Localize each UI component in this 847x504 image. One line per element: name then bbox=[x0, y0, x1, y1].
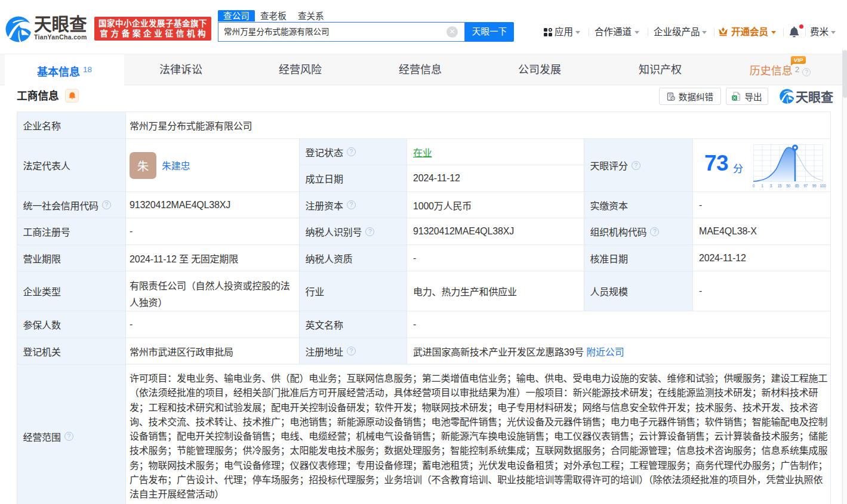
svg-text:1: 1 bbox=[761, 184, 763, 188]
svg-text:3: 3 bbox=[770, 184, 772, 188]
svg-text:97: 97 bbox=[803, 184, 808, 188]
svg-text:100: 100 bbox=[820, 184, 826, 188]
svg-text:50: 50 bbox=[786, 184, 790, 188]
svg-text:99: 99 bbox=[812, 184, 817, 188]
svg-text:0: 0 bbox=[753, 184, 755, 188]
svg-text:85: 85 bbox=[795, 184, 799, 188]
svg-text:15: 15 bbox=[778, 184, 782, 188]
